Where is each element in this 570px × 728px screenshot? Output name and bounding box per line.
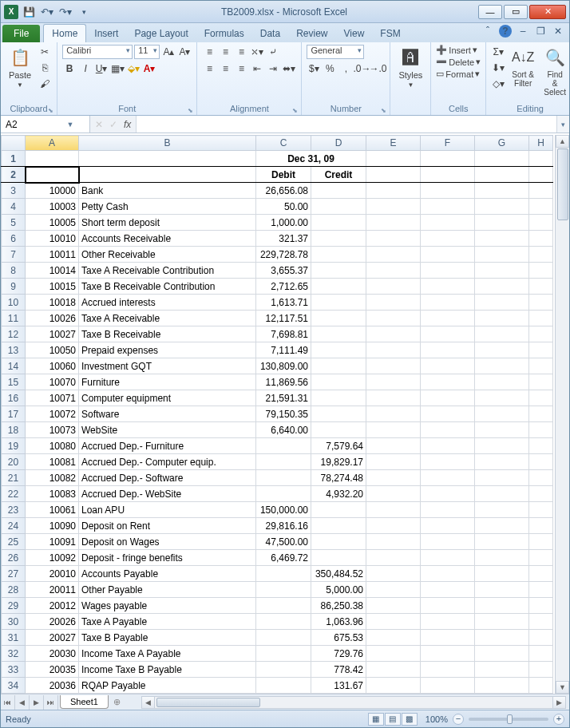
- account-code[interactable]: 10026: [26, 311, 79, 326]
- format-cells-button[interactable]: ▭Format ▾: [436, 69, 480, 79]
- cell[interactable]: [529, 183, 553, 199]
- account-code[interactable]: 20035: [26, 662, 79, 678]
- account-name[interactable]: Taxe B Payable: [79, 630, 256, 646]
- zoom-out-icon[interactable]: −: [453, 714, 464, 725]
- column-header-B[interactable]: B: [79, 136, 256, 151]
- scroll-up-icon[interactable]: ▲: [556, 135, 569, 148]
- percent-format-icon[interactable]: %: [323, 61, 337, 76]
- cell[interactable]: [529, 646, 553, 662]
- close-button[interactable]: ✕: [529, 5, 566, 19]
- debit-value[interactable]: 7,698.81: [256, 326, 311, 342]
- workbook-close-icon[interactable]: ✕: [552, 25, 564, 38]
- debit-value[interactable]: 6,640.00: [256, 422, 311, 438]
- tab-data[interactable]: Data: [252, 25, 288, 42]
- debit-value[interactable]: 21,591.31: [256, 390, 311, 406]
- account-name[interactable]: Accrued Dep.- Furniture: [79, 438, 256, 454]
- cell[interactable]: [366, 422, 421, 438]
- account-code[interactable]: 10090: [26, 518, 79, 534]
- cell[interactable]: [475, 518, 529, 534]
- debit-value[interactable]: 2,712.65: [256, 279, 311, 295]
- debit-value[interactable]: 47,500.00: [256, 534, 311, 550]
- credit-value[interactable]: [311, 231, 366, 247]
- account-code[interactable]: 20010: [26, 566, 79, 582]
- account-code[interactable]: 20012: [26, 598, 79, 614]
- account-code[interactable]: 20036: [26, 678, 79, 694]
- tab-view[interactable]: View: [336, 25, 373, 42]
- cell[interactable]: [421, 247, 475, 263]
- cell[interactable]: [366, 358, 421, 374]
- cell[interactable]: [475, 566, 529, 582]
- cell[interactable]: [475, 438, 529, 454]
- increase-decimal-icon[interactable]: .0→: [354, 61, 369, 76]
- number-format-combo[interactable]: General: [307, 45, 364, 59]
- cell[interactable]: [529, 390, 553, 406]
- debit-value[interactable]: 3,655.37: [256, 263, 311, 279]
- credit-value[interactable]: 19,829.17: [311, 454, 366, 470]
- account-name[interactable]: Other Payable: [79, 582, 256, 598]
- debit-value[interactable]: [256, 454, 311, 470]
- cell[interactable]: [421, 279, 475, 295]
- debit-value[interactable]: [256, 678, 311, 694]
- vertical-scrollbar[interactable]: ▲ ▼: [555, 135, 569, 694]
- debit-value[interactable]: 29,816.16: [256, 518, 311, 534]
- find-select-button[interactable]: 🔍 Find & Select: [540, 45, 569, 98]
- cell[interactable]: [529, 167, 553, 183]
- credit-value[interactable]: 350,484.52: [311, 566, 366, 582]
- cell[interactable]: [475, 470, 529, 486]
- cell[interactable]: [475, 231, 529, 247]
- debit-value[interactable]: 6,469.72: [256, 550, 311, 566]
- cell[interactable]: [366, 470, 421, 486]
- cell[interactable]: [366, 247, 421, 263]
- cell[interactable]: [421, 311, 475, 326]
- tab-review[interactable]: Review: [288, 25, 335, 42]
- delete-cells-button[interactable]: ➖Delete ▾: [436, 57, 481, 67]
- cell[interactable]: [475, 422, 529, 438]
- cell[interactable]: [366, 167, 421, 183]
- cell[interactable]: [421, 502, 475, 518]
- credit-value[interactable]: [311, 215, 366, 231]
- cell[interactable]: [366, 374, 421, 390]
- cell[interactable]: [366, 598, 421, 614]
- cell[interactable]: [421, 342, 475, 358]
- account-code[interactable]: 20027: [26, 630, 79, 646]
- debit-value[interactable]: [256, 614, 311, 630]
- minimize-button[interactable]: —: [478, 5, 502, 19]
- fill-icon[interactable]: ⬇▾: [491, 61, 505, 75]
- account-name[interactable]: Taxe A Receivable Contribution: [79, 263, 256, 279]
- credit-value[interactable]: [311, 518, 366, 534]
- cell[interactable]: [366, 342, 421, 358]
- cell[interactable]: [529, 231, 553, 247]
- account-code[interactable]: 10061: [26, 502, 79, 518]
- cell[interactable]: [475, 263, 529, 279]
- account-name[interactable]: Deposit - fringe benefits: [79, 550, 256, 566]
- debit-value[interactable]: 130,809.00: [256, 358, 311, 374]
- wrap-text-icon[interactable]: ⤶: [266, 45, 280, 59]
- cell[interactable]: [475, 215, 529, 231]
- row-header[interactable]: 31: [2, 630, 26, 646]
- cell[interactable]: [529, 326, 553, 342]
- cell[interactable]: [529, 470, 553, 486]
- date-header[interactable]: Dec 31, 09: [256, 151, 366, 167]
- cell[interactable]: [529, 311, 553, 326]
- debit-value[interactable]: [256, 630, 311, 646]
- row-header[interactable]: 14: [2, 358, 26, 374]
- account-code[interactable]: 10010: [26, 231, 79, 247]
- account-name[interactable]: Furniture: [79, 374, 256, 390]
- workbook-minimize-icon[interactable]: –: [517, 25, 529, 38]
- insert-cells-button[interactable]: ➕Insert ▾: [436, 45, 477, 55]
- cell[interactable]: [475, 582, 529, 598]
- cell[interactable]: [421, 678, 475, 694]
- debit-value[interactable]: 12,117.51: [256, 311, 311, 326]
- account-code[interactable]: 10015: [26, 279, 79, 295]
- cell[interactable]: [475, 646, 529, 662]
- underline-icon[interactable]: U▾: [94, 61, 109, 76]
- cell[interactable]: [421, 374, 475, 390]
- save-icon[interactable]: 💾: [21, 4, 37, 20]
- cell[interactable]: [529, 422, 553, 438]
- cell[interactable]: [421, 406, 475, 422]
- cell[interactable]: [421, 438, 475, 454]
- account-code[interactable]: 10014: [26, 263, 79, 279]
- tab-fsm[interactable]: FSM: [372, 25, 408, 42]
- align-top-icon[interactable]: ≡: [202, 45, 216, 59]
- cell[interactable]: [475, 247, 529, 263]
